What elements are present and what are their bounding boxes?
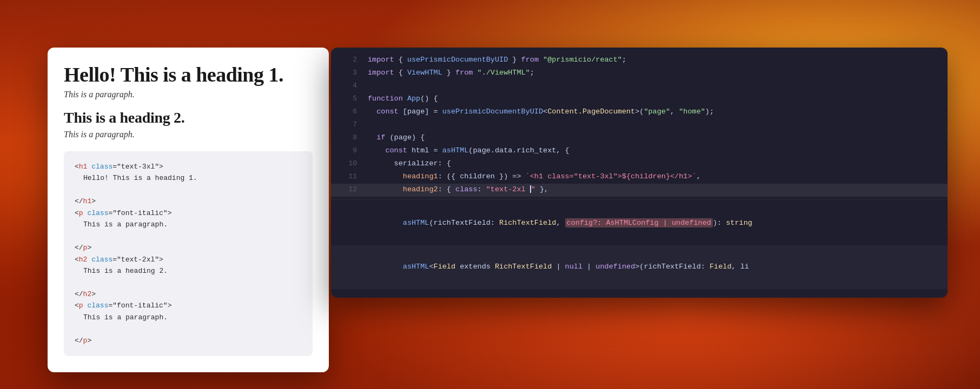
code-line-6: 6 const [page] = usePrismicDocumentByUID… — [331, 106, 948, 119]
line-number-11: 11 — [342, 171, 357, 183]
code-line-8: 8 if (page) { — [331, 132, 948, 145]
line-content-8: if (page) { — [368, 132, 425, 144]
preview-paragraph1: This is a paragraph. — [64, 90, 313, 99]
line-content-3: import { ViewHTML } from "./ViewHTML"; — [368, 67, 534, 79]
line-number-2: 2 — [342, 54, 357, 66]
signature-content-2: asHTML<Field extends RichTextField | nul… — [368, 249, 749, 286]
code-editor-panel: 2 import { usePrismicDocumentByUID } fro… — [331, 48, 948, 298]
signature-line-2: asHTML<Field extends RichTextField | nul… — [331, 245, 948, 289]
code-line-12: 12 heading2: { class: "text-2xl " }, — [331, 184, 948, 197]
code-line-10: 10 serializer: { — [331, 158, 948, 171]
line-number-5: 5 — [342, 93, 357, 105]
line-content-10: serializer: { — [368, 158, 451, 170]
line-number-10: 10 — [342, 158, 357, 170]
code-line-5: 5 function App() { — [331, 93, 948, 106]
line-number-3: 3 — [342, 67, 357, 79]
line-number-8: 8 — [342, 132, 357, 144]
signature-content-1: asHTML(richTextField: RichTextField, con… — [368, 205, 752, 242]
preview-paragraph2: This is a paragraph. — [64, 130, 313, 139]
code-line-7: 7 — [331, 119, 948, 132]
line-number-4: 4 — [342, 80, 357, 92]
line-content-6: const [page] = usePrismicDocumentByUID<C… — [368, 106, 714, 118]
line-content-11: heading1: ({ children }) => `<h1 class="… — [368, 171, 701, 183]
code-line-9: 9 const html = asHTML(page.data.rich_tex… — [331, 145, 948, 158]
line-number-9: 9 — [342, 145, 357, 157]
line-content-9: const html = asHTML(page.data.rich_text,… — [368, 145, 570, 157]
line-number-6: 6 — [342, 106, 357, 118]
line-content-12: heading2: { class: "text-2xl " }, — [368, 184, 548, 196]
code-line-2: 2 import { usePrismicDocumentByUID } fro… — [331, 54, 948, 67]
code-line-11: 11 heading1: ({ children }) => `<h1 clas… — [331, 171, 948, 184]
code-line-3: 3 import { ViewHTML } from "./ViewHTML"; — [331, 67, 948, 80]
line-content-2: import { usePrismicDocumentByUID } from … — [368, 54, 626, 66]
line-content-4 — [368, 80, 372, 92]
signature-line-1: asHTML(richTextField: RichTextField, con… — [331, 202, 948, 245]
preview-panel: Hello! This is a heading 1. This is a pa… — [48, 48, 329, 372]
line-number-12: 12 — [342, 184, 357, 196]
code-editor: 2 import { usePrismicDocumentByUID } fro… — [331, 48, 948, 298]
code-line-4: 4 — [331, 80, 948, 93]
html-code-block: <h1 class="text-3xl"> Hello! This is a h… — [64, 151, 313, 356]
line-content-7 — [368, 119, 372, 131]
line-content-5: function App() { — [368, 93, 438, 105]
line-number-7: 7 — [342, 119, 357, 131]
signature-divider — [331, 199, 948, 199]
preview-heading2: This is a heading 2. — [64, 109, 313, 126]
preview-heading1: Hello! This is a heading 1. — [64, 63, 313, 86]
